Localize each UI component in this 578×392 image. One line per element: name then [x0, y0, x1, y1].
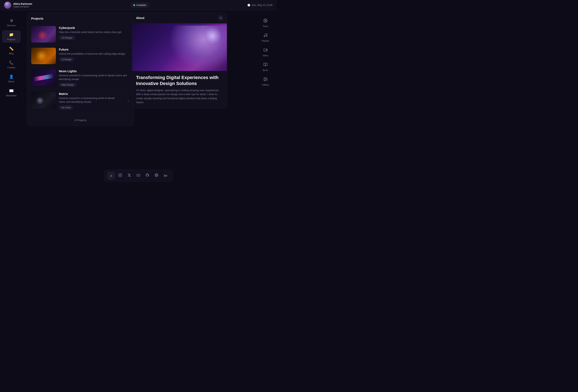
- project-name-neon: Neon Lights: [59, 69, 130, 73]
- sidebar-item-playlist[interactable]: Playlist: [256, 31, 275, 44]
- user-info: Akira Karlsson Digital Designer: [13, 2, 32, 8]
- phone-icon: 📞: [9, 60, 14, 65]
- svg-point-2: [121, 174, 121, 174]
- list-item[interactable]: Matrix Immerse yourself in a mesmerizing…: [31, 89, 130, 112]
- social-btn-web[interactable]: [152, 172, 161, 180]
- sidebar-item-video[interactable]: Video: [256, 46, 275, 59]
- projects-footer[interactable]: 4 Projects: [31, 116, 130, 122]
- sidebar-label-playlist: Playlist: [262, 40, 269, 42]
- sidebar-item-about[interactable]: 👤 About: [2, 72, 21, 85]
- github-icon: [145, 173, 149, 178]
- project-info-matrix: Matrix Immerse yourself in a mesmerizing…: [59, 92, 122, 110]
- list-item[interactable]: Cyberpunk Step into a futuristic world w…: [31, 24, 130, 45]
- hero-background: [132, 24, 227, 71]
- sidebar-label-contact: Contact: [7, 66, 15, 69]
- projects-panel-title: Projects: [31, 17, 130, 20]
- home-icon: ⌂: [110, 174, 112, 177]
- folder-icon: 📁: [9, 32, 14, 37]
- hero-figure: [169, 26, 227, 71]
- social-btn-twitter[interactable]: [125, 172, 133, 180]
- about-modal: About ✕ Transforming Digital Experiences…: [132, 12, 227, 108]
- sidebar-item-book[interactable]: Book: [256, 60, 275, 73]
- sidebar-item-newsletter[interactable]: ✉️ Newsletter: [2, 87, 21, 99]
- modal-header: About ✕: [132, 13, 227, 24]
- main-layout: 🖥 Services 📁 Projects ✏️ Blog 📞 Contact …: [0, 10, 277, 186]
- social-btn-home[interactable]: ⌂: [107, 172, 115, 180]
- video-icon: [263, 48, 268, 53]
- svg-point-9: [266, 36, 267, 37]
- project-desc-matrix: Immerse yourself in a mesmerizing world …: [59, 96, 122, 104]
- project-info-cyberpunk: Cyberpunk Step into a futuristic world w…: [59, 26, 130, 40]
- modal-hero-image: [132, 24, 227, 71]
- twitter-icon: [127, 173, 131, 178]
- arrow-right-icon: →: [127, 99, 130, 103]
- close-icon: ✕: [220, 16, 222, 19]
- sidebar-label-about: About: [8, 80, 14, 83]
- edit-icon: ✏️: [9, 46, 14, 51]
- mail-icon: ✉️: [9, 88, 14, 93]
- user-name: Akira Karlsson: [13, 2, 32, 5]
- modal-title: About: [136, 16, 144, 20]
- sidebar-item-tools[interactable]: Tools: [256, 16, 275, 30]
- sidebar-item-blog[interactable]: ✏️ Blog: [2, 44, 21, 57]
- project-desc-neon: Immerse yourself in a mesmerizing world …: [59, 74, 130, 81]
- sidebar-label-book: Book: [263, 69, 268, 71]
- clock-icon: 🕙: [247, 4, 250, 7]
- web-icon: [155, 173, 158, 178]
- user-icon: 👤: [9, 75, 14, 79]
- right-sidebar: Tools Playlist Video Bo: [254, 10, 277, 186]
- avatar: [4, 2, 11, 9]
- svg-point-1: [120, 174, 121, 176]
- sidebar-label-gallery: Gallery: [262, 84, 269, 86]
- status-badge[interactable]: Available: [130, 3, 149, 8]
- gallery-icon: [263, 77, 268, 82]
- sidebar-label-tools: Tools: [263, 25, 268, 27]
- svg-marker-4: [138, 175, 139, 176]
- tools-icon: [263, 19, 268, 24]
- sidebar-item-projects[interactable]: 📁 Projects: [2, 30, 21, 43]
- list-item[interactable]: Future Unlock the possibilities of tomor…: [31, 45, 130, 67]
- project-tag-future: UI Design: [59, 57, 74, 61]
- project-info-future: Future Unlock the possibilities of tomor…: [59, 48, 130, 61]
- svg-rect-10: [264, 49, 266, 51]
- sidebar-label-video: Video: [263, 54, 268, 57]
- social-btn-behance[interactable]: Bē: [161, 172, 170, 180]
- status-dot: [133, 4, 135, 6]
- topbar-right: 🕙 Sun, May 21 22:00: [247, 4, 273, 7]
- sidebar-label-projects: Projects: [7, 38, 15, 41]
- project-thumbnail-matrix: [31, 92, 56, 109]
- user-role: Digital Designer: [13, 5, 32, 8]
- modal-body: Transforming Digital Experiences with In…: [132, 71, 227, 108]
- sidebar-label-newsletter: Newsletter: [6, 94, 17, 97]
- svg-rect-0: [119, 174, 122, 177]
- svg-point-8: [264, 36, 265, 37]
- topbar: Akira Karlsson Digital Designer Availabl…: [0, 0, 277, 10]
- modal-close-button[interactable]: ✕: [218, 15, 223, 20]
- book-icon: [263, 62, 268, 68]
- project-tag-matrix: No Code: [59, 105, 73, 110]
- sidebar-label-blog: Blog: [9, 52, 13, 55]
- project-thumbnail-cyberpunk: [31, 26, 56, 43]
- project-thumbnail-future: [31, 48, 56, 64]
- sidebar-item-contact[interactable]: 📞 Contact: [2, 58, 21, 71]
- project-info-neon: Neon Lights Immerse yourself in a mesmer…: [59, 69, 130, 87]
- sidebar-item-services[interactable]: 🖥 Services: [2, 16, 21, 29]
- playlist-icon: [263, 33, 268, 38]
- project-name-cyberpunk: Cyberpunk: [59, 26, 130, 30]
- social-btn-instagram[interactable]: [116, 172, 124, 180]
- project-thumbnail-neon: [31, 69, 56, 86]
- content-area: Projects Cyberpunk Step into a futuristi…: [23, 10, 254, 186]
- list-item[interactable]: Neon Lights Immerse yourself in a mesmer…: [31, 67, 130, 89]
- status-label: Available: [136, 4, 146, 7]
- youtube-icon: [137, 173, 140, 178]
- sidebar-item-gallery[interactable]: Gallery: [256, 75, 275, 88]
- projects-panel: Projects Cyberpunk Step into a futuristi…: [27, 12, 134, 126]
- sidebar-label-services: Services: [7, 24, 15, 27]
- social-btn-github[interactable]: [143, 172, 151, 180]
- modal-description: I'm Akira, digital designer, specializin…: [136, 88, 223, 104]
- project-desc-cyberpunk: Step into a futuristic world where techn…: [59, 30, 130, 34]
- project-tag-cyberpunk: UX Design: [59, 36, 75, 40]
- social-bar: ⌂: [104, 170, 173, 181]
- project-name-matrix: Matrix: [59, 92, 122, 95]
- social-btn-youtube[interactable]: [134, 172, 143, 180]
